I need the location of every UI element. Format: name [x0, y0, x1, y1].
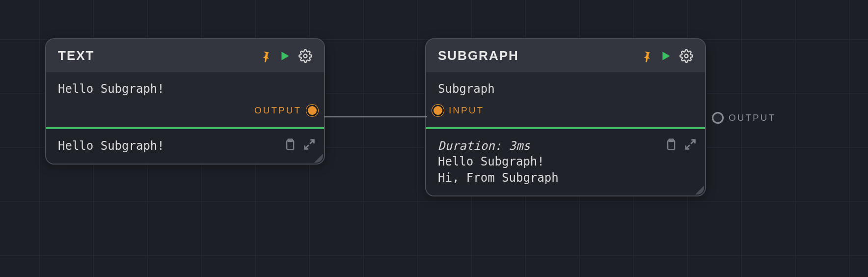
node-result: Duration: 3ms Hello Subgraph! Hi, From S… [426, 129, 705, 195]
pin-icon[interactable] [259, 50, 272, 62]
port-output-label: OUTPUT [729, 112, 776, 123]
node-title: TEXT [58, 48, 94, 63]
gear-icon[interactable] [679, 49, 693, 63]
result-duration: Duration: 3ms [438, 138, 693, 154]
node-subgraph[interactable]: SUBGRAPH Subgraph INPUT Dura [425, 38, 706, 196]
edge-text-to-subgraph[interactable] [324, 116, 427, 117]
subgraph-name-value[interactable]: Subgraph [438, 82, 693, 96]
node-header[interactable]: TEXT [46, 39, 324, 72]
port-input-label: INPUT [449, 105, 484, 116]
node-title: SUBGRAPH [438, 48, 519, 63]
svg-point-0 [304, 54, 307, 57]
result-line: Hi, From Subgraph [438, 170, 693, 186]
gear-icon[interactable] [298, 49, 312, 63]
expand-icon[interactable] [683, 138, 697, 151]
node-result: Hello Subgraph! [46, 129, 324, 164]
node-actions [640, 49, 693, 63]
port-output[interactable] [306, 105, 318, 116]
run-icon[interactable] [279, 50, 292, 62]
port-output-group: OUTPUT [712, 112, 776, 124]
port-output-label: OUTPUT [254, 105, 301, 116]
run-icon[interactable] [660, 50, 673, 62]
node-header[interactable]: SUBGRAPH [426, 39, 705, 72]
node-actions [259, 49, 312, 63]
clipboard-icon[interactable] [664, 137, 678, 152]
svg-point-3 [685, 54, 688, 57]
expand-icon[interactable] [302, 138, 316, 151]
resize-handle[interactable] [314, 154, 323, 163]
node-body[interactable]: Hello Subgraph! OUTPUT [46, 72, 324, 127]
text-input-value[interactable]: Hello Subgraph! [58, 82, 312, 96]
node-body[interactable]: Subgraph INPUT [426, 72, 705, 127]
clipboard-icon[interactable] [283, 137, 297, 152]
node-text[interactable]: TEXT Hello Subgraph! OUTPUT [45, 38, 325, 165]
port-output[interactable] [712, 112, 724, 124]
pin-icon[interactable] [640, 50, 653, 62]
result-line: Hello Subgraph! [58, 138, 312, 154]
result-line: Hello Subgraph! [438, 154, 693, 169]
port-input[interactable] [432, 105, 444, 116]
resize-handle[interactable] [695, 186, 704, 194]
